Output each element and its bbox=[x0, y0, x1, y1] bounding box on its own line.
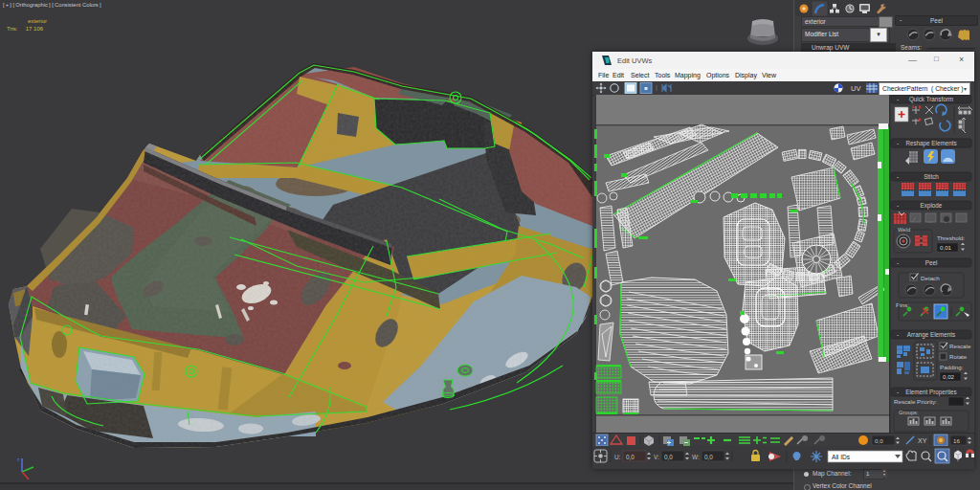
svg-text:0,0: 0,0 bbox=[664, 454, 673, 460]
svg-text:Quick Transform: Quick Transform bbox=[909, 96, 953, 103]
svg-text:0,01: 0,01 bbox=[940, 244, 952, 251]
svg-text:-: - bbox=[897, 173, 899, 180]
svg-text:16: 16 bbox=[953, 437, 960, 444]
svg-text:W:: W: bbox=[692, 454, 700, 460]
svg-text:Rotate: Rotate bbox=[949, 353, 968, 360]
svg-text:Peel: Peel bbox=[925, 259, 938, 266]
svg-text:-: - bbox=[897, 259, 899, 266]
svg-text:Detach: Detach bbox=[921, 275, 940, 281]
svg-text:Groups:: Groups: bbox=[899, 410, 919, 415]
svg-text:Arrange Elements: Arrange Elements bbox=[907, 331, 955, 339]
svg-text:0,0: 0,0 bbox=[875, 437, 883, 444]
svg-text:Rescale Priority:: Rescale Priority: bbox=[894, 398, 937, 405]
svg-text:0,0: 0,0 bbox=[626, 454, 635, 460]
svg-text:Threshold:: Threshold: bbox=[937, 234, 966, 241]
svg-text:Rescale: Rescale bbox=[949, 343, 971, 349]
svg-text:Weld: Weld bbox=[898, 227, 910, 233]
svg-text:z: z bbox=[17, 457, 20, 462]
svg-text:-: - bbox=[897, 202, 899, 209]
svg-text:U:: U: bbox=[614, 454, 621, 460]
svg-text:Element Properties: Element Properties bbox=[905, 389, 957, 396]
svg-text:Reshape Elements: Reshape Elements bbox=[905, 140, 956, 147]
svg-text:Explode: Explode bbox=[921, 202, 943, 210]
svg-text:0,02: 0,02 bbox=[943, 373, 955, 380]
svg-text:Stitch: Stitch bbox=[924, 173, 939, 180]
svg-text:XY: XY bbox=[918, 437, 927, 444]
svg-text:-: - bbox=[897, 389, 899, 395]
svg-text:Padding:: Padding: bbox=[940, 364, 964, 370]
svg-text:All IDs: All IDs bbox=[832, 454, 851, 460]
svg-text:-: - bbox=[897, 96, 899, 102]
svg-text:-: - bbox=[897, 331, 899, 338]
svg-text:V:: V: bbox=[654, 454, 659, 460]
svg-text:-: - bbox=[897, 140, 899, 146]
svg-text:0,0: 0,0 bbox=[704, 454, 713, 460]
